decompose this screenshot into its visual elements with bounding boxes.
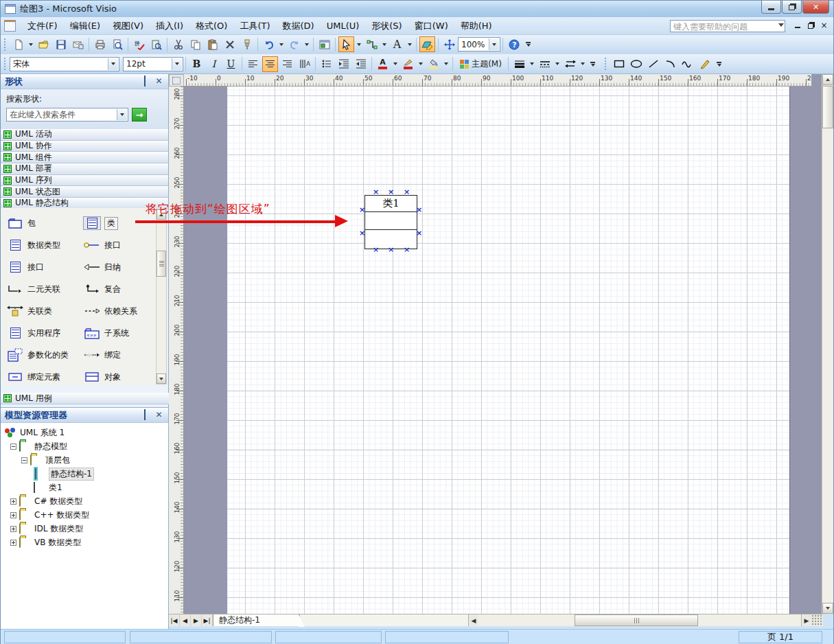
menu-view[interactable]: 视图(V) [106,17,150,35]
menu-window[interactable]: 窗口(W) [408,17,454,35]
search-dropdown-icon[interactable] [117,109,127,120]
draw-toolbar-options-dropdown[interactable] [715,56,723,72]
font-color-button[interactable]: A [375,56,391,72]
tree-node-csharp-datatypes[interactable]: C# 数据类型 [1,494,168,508]
increase-indent-button[interactable] [353,56,369,72]
delete-button[interactable] [222,36,238,52]
shape-binding[interactable]: «-:-»绑定 [78,344,154,366]
first-page-button[interactable]: |◀ [169,614,180,626]
shape-object[interactable]: 对象 [78,366,154,388]
class-attributes-compartment[interactable] [365,212,417,230]
close-button[interactable]: ✕ [802,1,829,14]
menu-edit[interactable]: 编辑(E) [64,17,106,35]
prev-page-button[interactable]: ◀ [180,614,191,626]
format-toolbar-drag-handle[interactable] [3,57,7,71]
selection-handle[interactable]: × [373,247,379,253]
shape-interface-lollipop[interactable]: 接口 [78,234,154,256]
cut-button[interactable] [170,36,186,52]
shape-bound-element[interactable]: 绑定元素 [1,366,78,388]
toolbar-drag-handle[interactable] [3,38,7,51]
copy-button[interactable] [187,36,203,52]
mail-button[interactable] [70,36,86,52]
selection-handle[interactable]: × [359,231,365,236]
scroll-up-icon[interactable] [822,74,833,85]
shape-parameterized-class[interactable]: 参数化的类 [1,344,78,366]
fill-color-button[interactable] [426,56,441,72]
hscroll-left-icon[interactable]: ◀ [468,614,478,626]
help-button[interactable]: ? [506,36,522,52]
toolbar-options-dropdown[interactable] [524,36,533,52]
tree-node-cpp-datatypes[interactable]: C++ 数据类型 [1,508,168,522]
expand-icon[interactable] [10,526,16,532]
model-explorer-titlebar[interactable]: 模型资源管理器 ✕ [1,408,168,423]
paste-button[interactable] [205,36,220,52]
restore-button[interactable] [782,1,802,14]
selection-handle[interactable]: × [388,247,394,253]
align-left-button[interactable] [245,56,261,72]
font-name-combo[interactable]: 宋体 [10,57,119,71]
align-center-button[interactable] [262,56,278,72]
format-toolbar-options-dropdown[interactable] [588,56,597,72]
stencil-uml-statechart[interactable]: UML 状态图 [1,186,168,198]
shape-dependency[interactable]: 依赖关系 [78,300,154,322]
next-page-button[interactable]: ▶ [191,614,202,626]
redo-button[interactable] [286,36,302,52]
collapse-icon[interactable] [21,457,27,463]
shape-datatype[interactable]: 数据类型 [1,234,78,256]
line-tool-button[interactable] [645,56,661,72]
last-page-button[interactable]: ▶| [202,614,213,626]
line-pattern-dropdown[interactable] [553,56,561,72]
expand-icon[interactable] [10,540,16,546]
connector-tool-button[interactable] [364,36,380,52]
tree-node-idl-datatypes[interactable]: IDL 数据类型 [1,522,168,536]
font-size-dropdown-icon[interactable] [172,58,182,70]
scrollbar-thumb[interactable] [157,251,166,277]
selection-handle[interactable]: × [416,231,422,236]
ellipse-tool-button[interactable] [628,56,644,72]
panel-maximize-icon[interactable] [139,77,150,87]
italic-button[interactable]: I [206,56,222,72]
menu-insert[interactable]: 插入(I) [150,17,189,35]
tree-node-static-structure-1[interactable]: 静态结构-1 [1,467,168,481]
line-color-button[interactable] [400,56,416,72]
text-tool-button[interactable]: A [389,36,405,52]
redo-dropdown[interactable] [303,36,310,52]
scroll-down-icon[interactable] [157,373,166,384]
tree-node-vb-datatypes[interactable]: VB 数据类型 [1,536,168,549]
panel-close-icon[interactable]: ✕ [154,411,164,420]
shape-generalization[interactable]: 归纳 [78,256,154,278]
shape-package[interactable]: 包 [1,212,78,234]
tree-node-class1[interactable]: 类1 [1,481,168,494]
expand-icon[interactable] [10,498,16,505]
line-ends-button[interactable] [562,56,578,72]
bold-button[interactable]: B [189,56,205,72]
pointer-tool-dropdown[interactable] [355,36,362,52]
line-ends-dropdown[interactable] [579,56,586,72]
menu-file[interactable]: 文件(F) [21,17,64,35]
search-go-button[interactable]: → [132,108,147,122]
shape-subsystem[interactable]: «»»子系统 [78,322,154,344]
shape-composition[interactable]: 复合 [78,278,154,300]
menu-shape[interactable]: 形状(S) [365,17,408,35]
shape-search-input[interactable]: 在此键入搜索条件 [6,108,128,122]
align-right-button[interactable] [279,56,295,72]
menu-format[interactable]: 格式(O) [189,17,233,35]
zoom-combo[interactable]: 100% [458,37,500,51]
menu-tools[interactable]: 工具(T) [233,17,276,35]
stencil-uml-component[interactable]: UML 组件 [1,152,168,163]
fill-color-dropdown[interactable] [442,56,450,72]
selection-handle[interactable]: × [416,207,422,213]
shape-class[interactable]: 类 [78,212,154,234]
theme-button[interactable]: 主题(M) [456,56,505,72]
tree-node-static-model[interactable]: 静态模型 [1,439,168,453]
pencil-tool-button[interactable] [697,56,713,72]
text-tool-dropdown[interactable] [406,36,413,52]
scrollbar-thumb[interactable] [575,614,698,626]
rectangle-tool-button[interactable] [611,56,627,72]
draw-toolbar-drag-handle[interactable] [604,57,607,71]
stencil-uml-activity[interactable]: UML 活动 [1,129,168,141]
spelling-button[interactable]: 拼 [131,36,147,52]
freeform-tool-button[interactable] [680,56,695,72]
line-pattern-button[interactable] [537,56,553,72]
font-size-combo[interactable]: 12pt [123,57,183,71]
